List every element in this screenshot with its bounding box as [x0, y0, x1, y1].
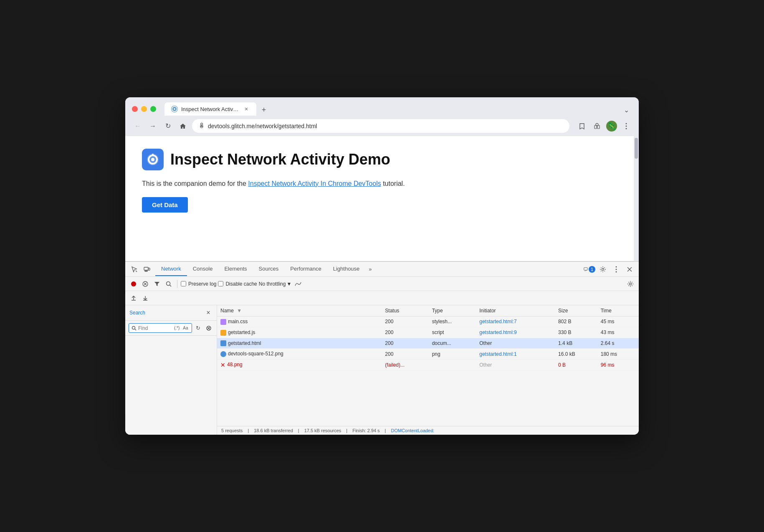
- tab-close-button[interactable]: ×: [243, 106, 250, 112]
- cell-type: docum...: [429, 338, 476, 349]
- table-header-row: Name ▼ Status Type Initiator Size Time: [217, 305, 639, 317]
- search-icon: [132, 326, 137, 331]
- reload-button[interactable]: ↻: [162, 120, 174, 132]
- initiator-link[interactable]: getstarted.html:7: [479, 319, 516, 324]
- cell-status: 200: [382, 338, 428, 349]
- browser-menu-button[interactable]: [620, 120, 632, 132]
- col-status[interactable]: Status: [382, 305, 428, 317]
- inspect-element-button[interactable]: [129, 263, 140, 275]
- cell-type: [429, 360, 476, 371]
- table-row[interactable]: ✕48.png(failed)...Other0 B96 ms: [217, 360, 639, 371]
- tab-performance[interactable]: Performance: [284, 262, 327, 276]
- upload-button[interactable]: [129, 293, 139, 303]
- devtools-more-button[interactable]: [610, 263, 622, 275]
- search-close-button[interactable]: ×: [204, 309, 213, 317]
- page-subtitle: This is the companion demo for the Inspe…: [142, 179, 617, 189]
- tab-dropdown-button[interactable]: ⌄: [620, 104, 632, 116]
- table-row[interactable]: getstarted.html200docum...Other1.4 kB2.6…: [217, 338, 639, 349]
- back-button[interactable]: ←: [132, 120, 144, 132]
- url-actions: 🦎: [576, 120, 632, 132]
- forward-button[interactable]: →: [147, 120, 159, 132]
- cell-name: devtools-square-512.png: [217, 349, 382, 360]
- home-button[interactable]: [177, 120, 189, 132]
- search-refresh-button[interactable]: ↻: [194, 324, 203, 333]
- status-divider-4: |: [385, 428, 386, 433]
- bookmark-button[interactable]: [576, 120, 588, 132]
- scrollbar-track[interactable]: [634, 136, 639, 261]
- search-input-wrapper[interactable]: (.*) Aa: [129, 323, 192, 333]
- download-button[interactable]: [140, 293, 150, 303]
- initiator-link[interactable]: getstarted.html:9: [479, 329, 516, 335]
- get-data-button[interactable]: Get Data: [142, 197, 188, 213]
- col-size[interactable]: Size: [555, 305, 597, 317]
- tabs-area: Inspect Network Activity Dem × + ⌄: [164, 102, 632, 116]
- disable-cache-label[interactable]: Disable cache: [218, 281, 257, 287]
- devtools-settings-button[interactable]: [597, 263, 609, 275]
- disable-cache-checkbox[interactable]: [218, 281, 223, 286]
- devtools-tutorial-link[interactable]: Inspect Network Activity In Chrome DevTo…: [248, 180, 381, 187]
- extension-button[interactable]: [591, 120, 603, 132]
- new-tab-button[interactable]: +: [258, 104, 270, 116]
- tab-title: Inspect Network Activity Dem: [181, 106, 240, 112]
- status-resources: 17.5 kB resources: [304, 428, 342, 433]
- tab-network[interactable]: Network: [155, 262, 187, 276]
- table-row[interactable]: devtools-square-512.png200pnggetstarted.…: [217, 349, 639, 360]
- file-type-icon: [220, 330, 226, 336]
- tab-console[interactable]: Console: [187, 262, 219, 276]
- more-tabs-button[interactable]: »: [365, 263, 375, 276]
- cell-size: 16.0 kB: [555, 349, 597, 360]
- cell-name: getstarted.js: [217, 327, 382, 338]
- initiator-link[interactable]: getstarted.html:1: [479, 351, 516, 357]
- search-title: Search: [129, 310, 145, 316]
- tab-sources[interactable]: Sources: [253, 262, 285, 276]
- network-settings-button[interactable]: [625, 279, 635, 289]
- throttling-select[interactable]: No throttling ▼: [259, 281, 292, 287]
- case-sensitive-button[interactable]: Aa: [182, 325, 189, 331]
- table-row[interactable]: getstarted.js200scriptgetstarted.html:93…: [217, 327, 639, 338]
- search-input[interactable]: [138, 325, 172, 331]
- svg-point-26: [131, 281, 136, 286]
- subtitle-suffix: tutorial.: [381, 180, 405, 187]
- table-row[interactable]: main.css200stylesh...getstarted.html:780…: [217, 317, 639, 327]
- active-tab[interactable]: Inspect Network Activity Dem ×: [164, 102, 256, 116]
- traffic-lights: [132, 106, 156, 112]
- page-heading: Inspect Network Activity Demo: [142, 149, 617, 170]
- url-bar[interactable]: ⊙ devtools.glitch.me/network/getstarted.…: [192, 119, 569, 133]
- network-conditions-button[interactable]: [293, 279, 303, 289]
- cell-size: 0 B: [555, 360, 597, 371]
- cell-time: 96 ms: [597, 360, 639, 371]
- tab-elements[interactable]: Elements: [218, 262, 253, 276]
- col-type[interactable]: Type: [429, 305, 476, 317]
- filter-button[interactable]: [152, 279, 162, 289]
- network-toolbar-right: [625, 279, 635, 289]
- device-toggle-button[interactable]: [141, 263, 153, 275]
- network-toolbar: Preserve log Disable cache No throttling…: [125, 277, 639, 291]
- record-button[interactable]: [129, 279, 139, 289]
- maximize-button[interactable]: [150, 106, 156, 112]
- regex-button[interactable]: (.*): [173, 325, 180, 331]
- col-initiator[interactable]: Initiator: [476, 305, 555, 317]
- tab-lighthouse[interactable]: Lighthouse: [327, 262, 366, 276]
- col-name[interactable]: Name ▼: [217, 305, 382, 317]
- network-table-area: Name ▼ Status Type Initiator Size Time: [217, 305, 639, 435]
- devtools-close-button[interactable]: [624, 263, 635, 275]
- avatar[interactable]: 🦎: [606, 121, 617, 132]
- close-button[interactable]: [132, 106, 138, 112]
- preserve-log-label[interactable]: Preserve log: [181, 281, 216, 287]
- search-clear-button[interactable]: [204, 324, 213, 333]
- minimize-button[interactable]: [141, 106, 147, 112]
- dom-content-loaded-link[interactable]: DOMContentLoaded:: [391, 428, 434, 433]
- search-header: Search ×: [125, 305, 217, 321]
- cell-time: 180 ms: [597, 349, 639, 360]
- chat-button[interactable]: 1: [584, 263, 595, 275]
- network-table: Name ▼ Status Type Initiator Size Time: [217, 305, 639, 426]
- cell-size: 802 B: [555, 317, 597, 327]
- preserve-log-checkbox[interactable]: [181, 281, 186, 286]
- cell-name: main.css: [217, 317, 382, 327]
- search-button[interactable]: [164, 279, 174, 289]
- svg-point-37: [132, 326, 135, 329]
- col-time[interactable]: Time: [597, 305, 639, 317]
- scrollbar-thumb[interactable]: [635, 138, 638, 159]
- file-type-icon: [220, 319, 226, 325]
- clear-button[interactable]: [140, 279, 150, 289]
